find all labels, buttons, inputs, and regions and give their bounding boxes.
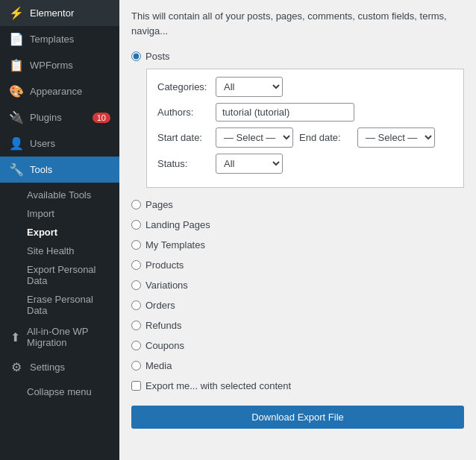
- status-row: Status: All: [157, 154, 453, 174]
- templates-icon: 📄: [9, 32, 24, 46]
- sidebar-item-label: Tools: [30, 164, 52, 175]
- users-icon: 👤: [9, 136, 24, 151]
- landing-pages-radio-row: Landing Pages: [131, 217, 464, 233]
- submenu-export-personal-data[interactable]: Export Personal Data: [0, 260, 119, 290]
- submenu-export[interactable]: Export: [0, 223, 119, 242]
- settings-icon: ⚙: [9, 360, 24, 374]
- sidebar-item-label: Appearance: [30, 86, 82, 97]
- end-date-select[interactable]: — Select —: [357, 127, 435, 148]
- categories-label: Categories:: [157, 81, 210, 92]
- sidebar-item-users[interactable]: 👤 Users: [0, 130, 119, 157]
- sidebar-item-label: Users: [30, 138, 55, 149]
- export-media-checkbox[interactable]: [131, 381, 141, 391]
- start-date-select[interactable]: — Select —: [216, 127, 293, 148]
- export-media-row: Export me... with selected content: [131, 378, 464, 394]
- my-templates-radio-row: My Templates: [131, 237, 464, 253]
- sidebar-item-label: Settings: [30, 362, 65, 373]
- coupons-radio-row: Coupons: [131, 338, 464, 353]
- wpforms-icon: 📋: [9, 58, 24, 72]
- landing-pages-radio[interactable]: [131, 220, 141, 230]
- posts-options-panel: Categories: All Authors: Start date: — S…: [146, 69, 464, 188]
- start-date-label: Start date:: [157, 132, 210, 143]
- tools-submenu: Available Tools Import Export Site Healt…: [0, 186, 119, 320]
- refunds-label[interactable]: Refunds: [145, 320, 181, 331]
- variations-radio[interactable]: [131, 280, 141, 290]
- my-templates-label[interactable]: My Templates: [145, 239, 205, 251]
- sidebar-item-appearance[interactable]: 🎨 Appearance: [0, 78, 119, 104]
- authors-label: Authors:: [157, 107, 210, 118]
- sidebar-item-plugins[interactable]: 🔌 Plugins 10: [0, 104, 119, 130]
- sidebar-item-templates[interactable]: 📄 Templates: [0, 26, 119, 52]
- submenu-import[interactable]: Import: [0, 204, 119, 223]
- sidebar-item-label: Templates: [30, 34, 74, 45]
- sidebar-item-label: Plugins: [30, 112, 62, 123]
- download-export-button[interactable]: Download Export File: [131, 406, 464, 429]
- orders-radio[interactable]: [131, 300, 141, 310]
- coupons-label[interactable]: Coupons: [145, 340, 184, 351]
- posts-radio-row: Posts: [131, 48, 464, 64]
- sidebar-item-elementor[interactable]: ⚡ Elementor: [0, 0, 119, 26]
- media-radio-row: Media: [131, 358, 464, 374]
- authors-row: Authors:: [157, 103, 453, 122]
- sidebar-item-label: WPForms: [30, 60, 73, 71]
- pages-radio-row: Pages: [131, 197, 464, 212]
- orders-radio-row: Orders: [131, 297, 464, 313]
- products-radio[interactable]: [131, 260, 141, 270]
- appearance-icon: 🎨: [9, 84, 24, 98]
- sidebar: ⚡ Elementor 📄 Templates 📋 WPForms 🎨 Appe…: [0, 0, 119, 460]
- elementor-icon: ⚡: [9, 6, 24, 20]
- export-media-label[interactable]: Export me... with selected content: [145, 380, 291, 391]
- submenu-site-health[interactable]: Site Health: [0, 242, 119, 260]
- refunds-radio[interactable]: [131, 321, 141, 330]
- submenu-available-tools[interactable]: Available Tools: [0, 186, 119, 204]
- status-label: Status:: [157, 158, 210, 169]
- categories-row: Categories: All: [157, 77, 453, 97]
- sidebar-item-wpforms[interactable]: 📋 WPForms: [0, 52, 119, 78]
- categories-select[interactable]: All: [216, 77, 283, 97]
- my-templates-radio[interactable]: [131, 240, 141, 250]
- dates-row: Start date: — Select — End date: — Selec…: [157, 127, 453, 148]
- variations-radio-row: Variations: [131, 277, 464, 293]
- tools-icon: 🔧: [9, 163, 24, 177]
- sidebar-item-label: All-in-One WP Migration: [27, 326, 110, 348]
- pages-label[interactable]: Pages: [145, 199, 173, 210]
- refunds-radio-row: Refunds: [131, 318, 464, 333]
- media-radio[interactable]: [131, 361, 141, 371]
- media-label[interactable]: Media: [145, 360, 172, 371]
- main-content: This will contain all of your posts, pag…: [119, 0, 476, 460]
- export-options: Posts Categories: All Authors: Start dat…: [131, 48, 464, 429]
- allinone-icon: ⬆: [9, 330, 21, 344]
- variations-label[interactable]: Variations: [145, 280, 188, 291]
- sidebar-item-settings[interactable]: ⚙ Settings: [0, 354, 119, 380]
- products-radio-row: Products: [131, 257, 464, 273]
- posts-label[interactable]: Posts: [145, 51, 170, 62]
- sidebar-item-tools[interactable]: 🔧 Tools: [0, 157, 119, 183]
- products-label[interactable]: Products: [145, 259, 184, 271]
- pages-radio[interactable]: [131, 200, 141, 209]
- orders-label[interactable]: Orders: [145, 300, 175, 311]
- authors-input[interactable]: [216, 103, 354, 122]
- end-date-label: End date:: [299, 132, 351, 143]
- submenu-erase-personal-data[interactable]: Erase Personal Data: [0, 290, 119, 320]
- plugins-badge: 10: [93, 113, 110, 123]
- landing-pages-label[interactable]: Landing Pages: [145, 219, 210, 230]
- sidebar-item-label: Elementor: [30, 7, 74, 19]
- sidebar-item-allinone[interactable]: ⬆ All-in-One WP Migration: [0, 320, 119, 354]
- coupons-radio[interactable]: [131, 341, 141, 350]
- posts-radio[interactable]: [131, 51, 141, 61]
- collapse-menu-button[interactable]: Collapse menu: [0, 380, 119, 403]
- status-select[interactable]: All: [216, 154, 283, 174]
- export-description: This will contain all of your posts, pag…: [131, 9, 464, 38]
- plugins-icon: 🔌: [9, 110, 24, 125]
